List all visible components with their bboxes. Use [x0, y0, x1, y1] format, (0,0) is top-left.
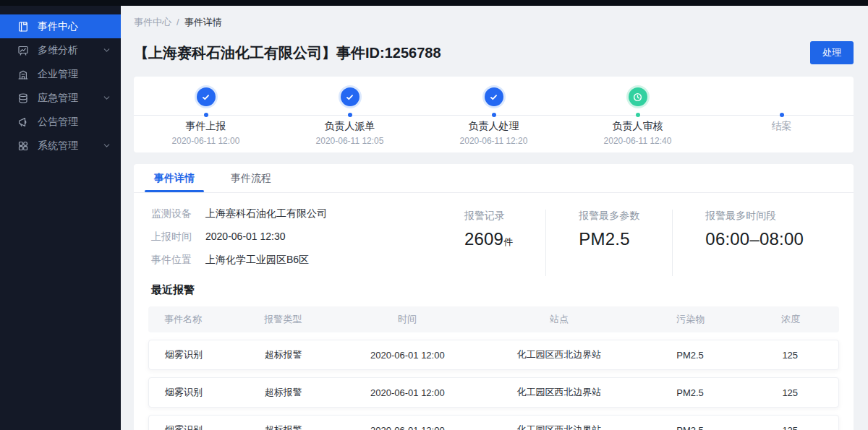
- table-cell: 2020-06-01 12:00: [335, 425, 480, 430]
- table-cell: 125: [742, 425, 838, 430]
- chevron-down-icon: [103, 142, 111, 150]
- table-row[interactable]: 烟雾识别超标报警2020-06-01 12:00化工园区西北边界站PM2.512…: [148, 340, 839, 370]
- timeline: 事件上报 2020-06-11 12:00 负责人派单 2020-06-11 1…: [134, 77, 854, 152]
- table-cell: 烟雾识别: [149, 386, 231, 399]
- journal-icon: [17, 21, 29, 33]
- field-label: 上报时间: [151, 230, 193, 244]
- sidebar-item-multi-analysis[interactable]: 多维分析: [0, 38, 121, 62]
- breadcrumb-parent[interactable]: 事件中心: [134, 17, 171, 27]
- detail-fields: 监测设备 上海塞科石油化工有限公司 上报时间 2020-06-01 12:30 …: [151, 207, 404, 276]
- timeline-step-2: 负责人派单 2020-06-11 12:05: [278, 77, 422, 152]
- table-row[interactable]: 烟雾识别超标报警2020-06-01 12:00化工园区西北边界站PM2.512…: [148, 377, 839, 408]
- detail-field: 上报时间 2020-06-01 12:30: [151, 230, 404, 244]
- column-header: 报警类型: [231, 313, 335, 326]
- column-header: 浓度: [742, 313, 839, 326]
- field-label: 事件位置: [151, 253, 193, 267]
- field-value: 上海塞科石油化工有限公司: [205, 207, 327, 220]
- detail-field: 监测设备 上海塞科石油化工有限公司: [151, 207, 404, 220]
- table-cell: 125: [742, 350, 838, 361]
- timeline-step-time: 2020-06-11 12:20: [460, 136, 528, 146]
- column-header: 站点: [480, 313, 639, 326]
- timeline-card: 事件上报 2020-06-11 12:00 负责人派单 2020-06-11 1…: [134, 77, 854, 152]
- timeline-dot: [204, 113, 208, 117]
- page-title: 【上海赛科石油化工有限公司】事件ID:1256788: [134, 43, 441, 63]
- event-detail-card: 事件详情事件流程 监测设备 上海塞科石油化工有限公司 上报时间 2020-06-…: [134, 164, 854, 430]
- sidebar-item-label: 应急管理: [38, 92, 78, 105]
- chart-board-icon: [17, 45, 29, 56]
- grid-icon: [17, 140, 29, 152]
- sidebar-item-label: 公告管理: [38, 116, 78, 129]
- column-header: 事件名称: [148, 313, 231, 326]
- database-icon: [17, 93, 29, 104]
- chevron-down-icon: [103, 46, 111, 54]
- sidebar-item-label: 系统管理: [38, 139, 78, 152]
- table-cell: 2020-06-01 12:00: [335, 387, 480, 398]
- table-cell: 化工园区西北边界站: [480, 348, 638, 361]
- detail-field: 事件位置 上海化学工业园区B6区: [151, 253, 404, 267]
- detail-summary: 监测设备 上海塞科石油化工有限公司 上报时间 2020-06-01 12:30 …: [134, 193, 854, 276]
- app-root: 事件中心 多维分析 企业管理 应急管理 公告管理 系统管理: [0, 0, 868, 430]
- sidebar-item-system-mgmt[interactable]: 系统管理: [0, 134, 121, 158]
- chevron-down-icon: [103, 94, 111, 102]
- timeline-step-5: 结案: [710, 77, 854, 152]
- field-label: 监测设备: [151, 207, 193, 220]
- timeline-dot: [636, 113, 640, 117]
- table-row[interactable]: 烟雾识别超标报警2020-06-01 12:00化工园区西北边界站PM2.512…: [148, 415, 839, 430]
- timeline-step-label: 负责人处理: [469, 120, 519, 133]
- table-cell: 烟雾识别: [149, 423, 231, 430]
- table-cell: 125: [742, 387, 838, 398]
- tab-event-flow[interactable]: 事件流程: [228, 164, 274, 192]
- check-icon: [341, 87, 359, 106]
- sidebar-item-label: 多维分析: [38, 44, 78, 57]
- breadcrumb: 事件中心/事件详情: [134, 16, 854, 29]
- table-cell: PM2.5: [639, 425, 742, 430]
- table-cell: 超标报警: [231, 423, 335, 430]
- column-header: 时间: [335, 313, 480, 326]
- recent-alarms-title: 最近报警: [134, 276, 854, 297]
- sidebar: 事件中心 多维分析 企业管理 应急管理 公告管理 系统管理: [0, 0, 121, 430]
- table-cell: 超标报警: [231, 386, 335, 399]
- table-header-row: 事件名称报警类型时间站点污染物浓度: [148, 306, 839, 332]
- sidebar-item-enterprise-mgmt[interactable]: 企业管理: [0, 62, 121, 86]
- stat-block: 报警记录 2609件: [432, 210, 545, 276]
- stat-block: 报警最多参数 PM2.5: [545, 210, 672, 276]
- tab-event-details[interactable]: 事件详情: [151, 164, 197, 192]
- top-dark-bar: [0, 0, 868, 6]
- field-value: 上海化学工业园区B6区: [205, 253, 309, 267]
- timeline-step-4: 负责人审核 2020-06-11 12:40: [566, 77, 710, 152]
- timeline-step-time: 2020-06-11 12:00: [172, 136, 240, 146]
- timeline-step-label: 负责人审核: [613, 120, 663, 133]
- stat-label: 报警最多参数: [579, 210, 639, 223]
- timeline-dot: [492, 113, 496, 117]
- stat-unit: 件: [503, 236, 513, 247]
- table-cell: PM2.5: [639, 387, 742, 398]
- timeline-step-3: 负责人处理 2020-06-11 12:20: [422, 77, 566, 152]
- sidebar-item-event-center[interactable]: 事件中心: [0, 14, 121, 38]
- field-value: 2020-06-01 12:30: [205, 230, 286, 244]
- sidebar-item-emergency-mgmt[interactable]: 应急管理: [0, 86, 121, 110]
- table-cell: PM2.5: [639, 350, 742, 361]
- breadcrumb-separator: /: [176, 17, 179, 27]
- megaphone-icon: [17, 116, 29, 128]
- process-button[interactable]: 处理: [810, 41, 854, 64]
- timeline-step-label: 负责人派单: [325, 120, 375, 133]
- table-cell: 超标报警: [231, 348, 335, 361]
- breadcrumb-current: 事件详情: [184, 17, 222, 27]
- sidebar-item-announcement-mgmt[interactable]: 公告管理: [0, 110, 121, 134]
- building-icon: [17, 69, 29, 80]
- stat-value: 06:00–08:00: [705, 229, 804, 249]
- table-cell: 化工园区西北边界站: [480, 423, 638, 430]
- tab-bar: 事件详情事件流程: [134, 164, 854, 193]
- table-cell: 烟雾识别: [149, 348, 231, 361]
- check-icon: [485, 87, 503, 106]
- stat-label: 报警记录: [464, 210, 513, 223]
- alarms-table: 事件名称报警类型时间站点污染物浓度 烟雾识别超标报警2020-06-01 12:…: [148, 306, 839, 430]
- timeline-step-time: 2020-06-11 12:05: [316, 136, 384, 146]
- table-body: 烟雾识别超标报警2020-06-01 12:00化工园区西北边界站PM2.512…: [148, 340, 839, 430]
- alarm-stats: 报警记录 2609件 报警最多参数 PM2.5 报警最多时间段 06:00–08…: [432, 210, 836, 276]
- clock-icon: [629, 87, 647, 106]
- stat-block: 报警最多时间段 06:00–08:00: [672, 210, 836, 276]
- table-cell: 化工园区西北边界站: [480, 386, 638, 399]
- table-cell: 2020-06-01 12:00: [335, 350, 480, 361]
- timeline-step-label: 事件上报: [186, 120, 226, 133]
